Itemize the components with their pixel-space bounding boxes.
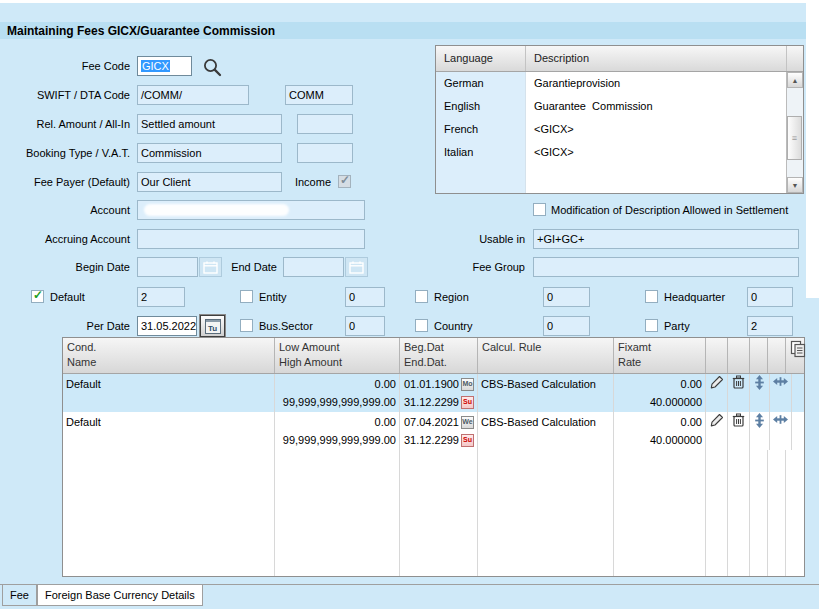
- language-table-header: Language Description: [436, 46, 803, 72]
- edit-icon[interactable]: [706, 374, 728, 412]
- swift-code-input[interactable]: /COMM/: [137, 85, 249, 105]
- conditions-table-header: Cond. Name Low Amount High Amount Beg.Da…: [63, 338, 804, 374]
- table-row[interactable]: Default 0.00 99,999,999,999,999.00 01.01…: [63, 374, 804, 412]
- description-cell[interactable]: <GICX>: [526, 118, 786, 141]
- fixamt: 0.00: [617, 375, 702, 393]
- fee-code-label: Fee Code: [0, 56, 130, 76]
- modification-label: Modification of Description Allowed in S…: [551, 200, 788, 220]
- edit-column-header: [706, 338, 728, 373]
- edit-icon[interactable]: [706, 412, 728, 450]
- bus-sector-input[interactable]: 0: [345, 316, 385, 336]
- country-value: 0: [547, 320, 553, 332]
- end-date: 31.12.2299: [404, 393, 459, 411]
- accruing-account-input[interactable]: [137, 229, 365, 249]
- fee-payer-label: Fee Payer (Default): [0, 172, 130, 192]
- move-vertical-icon[interactable]: [750, 374, 770, 412]
- entity-input[interactable]: 0: [345, 287, 385, 307]
- end-date-calendar-icon[interactable]: [345, 257, 368, 277]
- weekday-badge: We: [461, 416, 474, 429]
- search-icon[interactable]: [201, 56, 223, 78]
- description-cell[interactable]: <GICX>: [526, 141, 786, 164]
- headquarter-input[interactable]: 0: [747, 287, 793, 307]
- default-input[interactable]: 2: [137, 287, 185, 307]
- language-cell[interactable]: German: [436, 72, 525, 95]
- dta-code-value: COMM: [289, 89, 324, 101]
- end-date-input[interactable]: [283, 257, 344, 277]
- region-checkbox[interactable]: [415, 290, 428, 303]
- move-horizontal-icon[interactable]: [770, 412, 792, 450]
- country-input[interactable]: 0: [543, 316, 590, 336]
- per-date-input[interactable]: 31.05.2022: [137, 316, 197, 336]
- fee-group-input[interactable]: [533, 257, 799, 277]
- scrollbar-thumb[interactable]: [787, 116, 802, 160]
- usable-in-value: +GI+GC+: [537, 233, 584, 245]
- cond-name: Default: [66, 413, 271, 431]
- table-row[interactable]: Default 0.00 99,999,999,999,999.00 07.04…: [63, 412, 804, 450]
- income-checkbox[interactable]: [338, 175, 351, 188]
- region-input[interactable]: 0: [543, 287, 590, 307]
- booking-type-label: Booking Type / V.A.T.: [0, 143, 130, 163]
- bottom-tab-bar: Fee Foreign Base Currency Details: [0, 584, 819, 609]
- usable-in-input[interactable]: +GI+GC+: [533, 229, 799, 249]
- headquarter-value: 0: [751, 291, 757, 303]
- copy-icon[interactable]: [786, 338, 810, 373]
- move-horizontal-icon[interactable]: [770, 374, 792, 412]
- default-checkbox[interactable]: [31, 290, 44, 303]
- move-vertical-icon[interactable]: [750, 412, 770, 450]
- fixamt: 0.00: [617, 413, 702, 431]
- accruing-account-label: Accruing Account: [0, 229, 130, 249]
- scrollbar-track[interactable]: [787, 88, 803, 177]
- tab-foreign-base-currency-details[interactable]: Foreign Base Currency Details: [37, 585, 203, 606]
- fee-group-label: Fee Group: [380, 257, 525, 277]
- party-value: 2: [751, 320, 757, 332]
- end-date-label: End Date: [200, 257, 277, 277]
- language-cell[interactable]: Italian: [436, 141, 525, 164]
- delete-column-header: [728, 338, 750, 373]
- description-cell[interactable]: Garantieprovision: [526, 72, 786, 95]
- default-label: Default: [50, 287, 85, 307]
- high-amount: 99,999,999,999,999.00: [278, 393, 396, 411]
- account-label: Account: [0, 200, 130, 220]
- rel-amount-value: Settled amount: [141, 118, 215, 130]
- language-cell[interactable]: English: [436, 95, 525, 118]
- rate: 40.000000: [617, 393, 702, 411]
- tab-fee[interactable]: Fee: [2, 585, 37, 606]
- language-cell[interactable]: French: [436, 118, 525, 141]
- bus-sector-checkbox[interactable]: [240, 319, 253, 332]
- bus-sector-value: 0: [349, 320, 355, 332]
- swift-dta-label: SWIFT / DTA Code: [0, 85, 130, 105]
- low-amount: 0.00: [278, 375, 396, 393]
- modification-checkbox[interactable]: [533, 203, 546, 216]
- fee-code-input[interactable]: GICX: [137, 56, 192, 76]
- party-checkbox[interactable]: [645, 319, 658, 332]
- scroll-up-icon[interactable]: [787, 72, 803, 88]
- entity-value: 0: [349, 291, 355, 303]
- headquarter-checkbox[interactable]: [645, 290, 658, 303]
- delete-icon[interactable]: [728, 412, 750, 450]
- rel-amount-input[interactable]: Settled amount: [137, 114, 282, 134]
- calc-rule: CBS-Based Calculation: [481, 413, 610, 431]
- cond-name-column-header: Cond. Name: [63, 338, 275, 373]
- redacted-account-value: [144, 204, 289, 216]
- delete-icon[interactable]: [728, 374, 750, 412]
- language-table-scrollbar[interactable]: [786, 72, 803, 193]
- weekday-badge: Su: [461, 434, 474, 447]
- account-input[interactable]: [137, 200, 365, 220]
- page-title: Maintaining Fees GICX/Guarantee Commissi…: [7, 24, 275, 38]
- scroll-down-icon[interactable]: [787, 177, 803, 193]
- description-cell[interactable]: Guarantee Commission: [526, 95, 786, 118]
- per-date-calendar-day-icon[interactable]: Tu: [200, 315, 225, 337]
- booking-type-input[interactable]: Commission: [137, 143, 282, 163]
- high-amount: 99,999,999,999,999.00: [278, 431, 396, 449]
- dta-code-input[interactable]: COMM: [285, 85, 353, 105]
- fee-code-value: GICX: [141, 60, 170, 72]
- party-input[interactable]: 2: [747, 316, 793, 336]
- country-checkbox[interactable]: [415, 319, 428, 332]
- vat-input[interactable]: [297, 143, 353, 163]
- low-amount: 0.00: [278, 413, 396, 431]
- entity-checkbox[interactable]: [240, 290, 253, 303]
- per-date-value: 31.05.2022: [141, 320, 196, 332]
- begin-date-input[interactable]: [137, 257, 198, 277]
- party-label: Party: [664, 316, 690, 336]
- all-in-input[interactable]: [297, 114, 353, 134]
